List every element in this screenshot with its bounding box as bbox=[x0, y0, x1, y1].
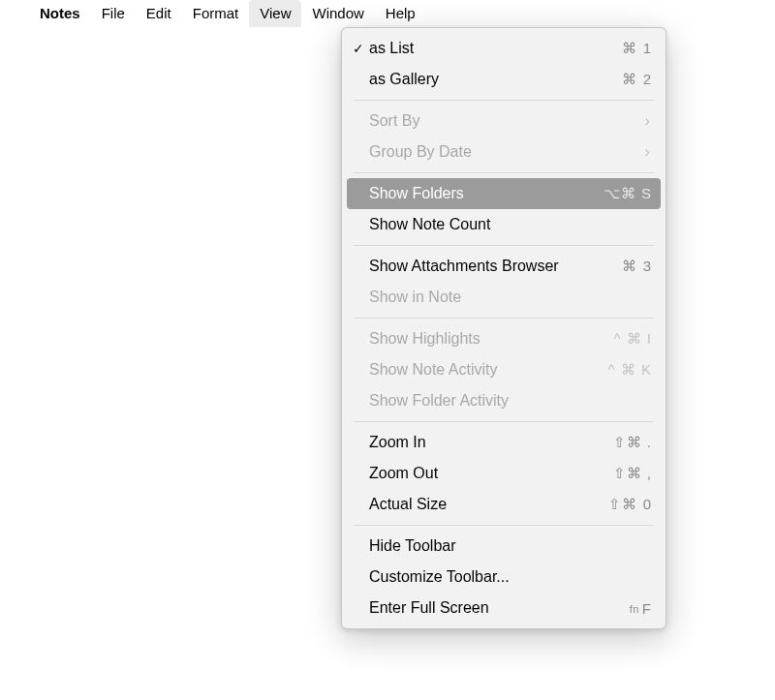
menu-item-show-note-activity: Show Note Activity^ ⌘ K bbox=[342, 354, 666, 385]
menu-item-label: Hide Toolbar bbox=[369, 537, 652, 555]
menu-separator bbox=[354, 318, 654, 319]
menu-item-label: Show in Note bbox=[369, 289, 652, 306]
menu-item-label: Show Highlights bbox=[369, 330, 613, 348]
menu-item-label: Show Attachments Browser bbox=[369, 258, 622, 275]
menu-item-enter-full-screen[interactable]: Enter Full ScreenfnF bbox=[342, 593, 666, 624]
menu-shortcut: fnF bbox=[630, 600, 652, 617]
menu-item-hide-toolbar[interactable]: Hide Toolbar bbox=[342, 531, 666, 562]
menu-item-label: as List bbox=[369, 40, 622, 57]
menubar-window[interactable]: Window bbox=[301, 0, 374, 27]
menu-shortcut: ^ ⌘ I bbox=[613, 330, 652, 348]
menu-separator bbox=[354, 172, 654, 173]
menu-separator bbox=[354, 100, 654, 101]
menu-item-as-list[interactable]: ✓as List⌘ 1 bbox=[342, 33, 666, 64]
menu-item-sort-by: Sort By› bbox=[342, 106, 666, 137]
menu-shortcut: ⇧⌘ 0 bbox=[608, 496, 652, 513]
menu-item-label: Show Folders bbox=[369, 185, 604, 202]
checkmark-icon: ✓ bbox=[348, 41, 369, 56]
menu-item-label: Zoom Out bbox=[369, 465, 613, 482]
menu-item-group-by-date: Group By Date› bbox=[342, 137, 666, 167]
menu-item-label: Customize Toolbar... bbox=[369, 568, 652, 586]
menu-item-label: Sort By bbox=[369, 112, 644, 130]
menu-item-zoom-in[interactable]: Zoom In⇧⌘ . bbox=[342, 427, 666, 458]
menu-shortcut: ^ ⌘ K bbox=[608, 361, 652, 379]
menu-item-label: Zoom In bbox=[369, 434, 613, 451]
menu-item-label: Actual Size bbox=[369, 496, 608, 513]
menu-item-label: Show Note Activity bbox=[369, 361, 608, 379]
menu-item-zoom-out[interactable]: Zoom Out⇧⌘ , bbox=[342, 458, 666, 489]
menubar-file[interactable]: File bbox=[91, 0, 136, 27]
menu-item-show-folders[interactable]: Show Folders⌥⌘ S bbox=[347, 178, 661, 209]
menubar-help[interactable]: Help bbox=[375, 0, 426, 27]
menu-item-show-in-note: Show in Note bbox=[342, 282, 666, 313]
menu-item-label: Enter Full Screen bbox=[369, 599, 630, 617]
menu-item-show-highlights: Show Highlights^ ⌘ I bbox=[342, 323, 666, 354]
menu-item-label: Group By Date bbox=[369, 143, 644, 161]
menu-separator bbox=[354, 245, 654, 246]
menu-shortcut: ⌘ 2 bbox=[622, 71, 652, 88]
chevron-right-icon: › bbox=[644, 111, 652, 131]
menu-shortcut: ⇧⌘ , bbox=[613, 465, 652, 482]
menu-item-label: Show Folder Activity bbox=[369, 392, 652, 410]
menu-item-customize-toolbar[interactable]: Customize Toolbar... bbox=[342, 562, 666, 593]
menu-shortcut: ⇧⌘ . bbox=[613, 434, 652, 451]
menu-item-label: as Gallery bbox=[369, 71, 622, 88]
menubar-app-name[interactable]: Notes bbox=[29, 0, 91, 27]
chevron-right-icon: › bbox=[644, 142, 652, 162]
menu-item-show-attachments[interactable]: Show Attachments Browser⌘ 3 bbox=[342, 251, 666, 282]
menubar-edit[interactable]: Edit bbox=[136, 0, 182, 27]
menu-shortcut: ⌘ 1 bbox=[622, 40, 652, 57]
menu-shortcut: ⌥⌘ S bbox=[604, 185, 652, 202]
menubar: Notes File Edit Format View Window Help bbox=[0, 0, 775, 27]
menu-item-actual-size[interactable]: Actual Size⇧⌘ 0 bbox=[342, 489, 666, 520]
view-dropdown-menu: ✓as List⌘ 1as Gallery⌘ 2Sort By›Group By… bbox=[341, 27, 666, 629]
menubar-format[interactable]: Format bbox=[182, 0, 250, 27]
menu-separator bbox=[354, 421, 654, 422]
menu-item-as-gallery[interactable]: as Gallery⌘ 2 bbox=[342, 64, 666, 95]
menu-item-label: Show Note Count bbox=[369, 216, 652, 233]
menubar-view[interactable]: View bbox=[249, 0, 301, 27]
menu-item-show-note-count[interactable]: Show Note Count bbox=[342, 209, 666, 240]
menu-shortcut: ⌘ 3 bbox=[622, 258, 652, 275]
menu-item-show-folder-activity: Show Folder Activity bbox=[342, 385, 666, 416]
menu-separator bbox=[354, 525, 654, 526]
